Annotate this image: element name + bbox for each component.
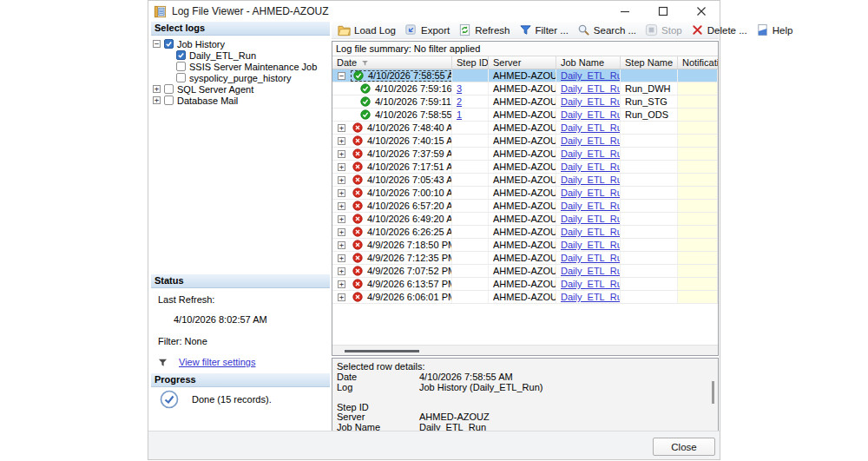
job-name-cell: Daily_ETL_Run xyxy=(556,226,621,238)
tree-item[interactable]: +Database Mail xyxy=(151,95,330,106)
job-name-link[interactable]: Daily_ETL_Run xyxy=(561,227,621,237)
column-header-server[interactable]: Server xyxy=(489,56,556,69)
toolbar-filter-button[interactable]: Filter ... xyxy=(515,23,573,37)
log-row[interactable]: 4/10/2026 7:59:11 AM2AHMED-AZOUZDaily_ET… xyxy=(332,95,718,109)
step-id-cell xyxy=(452,252,489,264)
toolbar-search-button[interactable]: Search ... xyxy=(573,23,641,37)
expand-icon[interactable]: + xyxy=(338,293,345,301)
log-row[interactable]: +4/10/2026 7:48:40 AMAHMED-AZOUZDaily_ET… xyxy=(332,122,718,135)
job-name-link[interactable]: Daily_ETL_Run xyxy=(561,175,621,185)
log-row[interactable]: +4/10/2026 7:00:10 AMAHMED-AZOUZDaily_ET… xyxy=(332,187,718,200)
vscroll-thumb[interactable] xyxy=(712,381,714,404)
tree-item[interactable]: syspolicy_purge_history xyxy=(151,72,330,83)
close-window-button[interactable] xyxy=(695,5,707,17)
date-value: 4/9/2026 6:13:57 PM xyxy=(367,279,452,289)
log-row[interactable]: +4/10/2026 7:37:59 AMAHMED-AZOUZDaily_ET… xyxy=(332,148,718,161)
job-name-link[interactable]: Daily_ETL_Run xyxy=(561,161,621,172)
job-name-link[interactable]: Daily_ETL_Run xyxy=(561,135,621,146)
job-name-link[interactable]: Daily_ETL_Run xyxy=(561,122,621,133)
expand-icon[interactable]: + xyxy=(338,202,345,210)
toolbar-export-button[interactable]: Export xyxy=(400,23,454,37)
collapse-icon[interactable]: − xyxy=(153,40,161,48)
expand-icon[interactable]: + xyxy=(338,176,345,184)
expand-icon[interactable]: + xyxy=(338,150,345,158)
log-row[interactable]: +4/10/2026 7:40:15 AMAHMED-AZOUZDaily_ET… xyxy=(332,135,718,148)
log-row[interactable]: +4/9/2026 7:18:50 PMAHMED-AZOUZDaily_ETL… xyxy=(332,239,718,252)
job-name-link[interactable]: Daily_ETL_Run xyxy=(561,214,621,224)
job-name-link[interactable]: Daily_ETL_Run xyxy=(561,279,621,289)
log-row[interactable]: +4/10/2026 6:49:20 AMAHMED-AZOUZDaily_ET… xyxy=(332,213,718,226)
step-id-link[interactable]: 3 xyxy=(457,83,462,94)
collapse-icon[interactable]: − xyxy=(338,72,345,80)
step-id-link[interactable]: 2 xyxy=(457,96,462,107)
job-name-link[interactable]: Daily_ETL_Run xyxy=(561,70,621,81)
checkbox[interactable] xyxy=(164,84,174,94)
expand-icon[interactable]: + xyxy=(153,85,161,93)
expand-icon[interactable]: + xyxy=(338,228,345,236)
log-row[interactable]: 4/10/2026 7:58:55 AM1AHMED-AZOUZDaily_ET… xyxy=(332,109,718,122)
checkbox[interactable] xyxy=(176,73,186,82)
log-row[interactable]: +4/10/2026 7:05:43 AMAHMED-AZOUZDaily_ET… xyxy=(332,174,718,187)
job-name-link[interactable]: Daily_ETL_Run xyxy=(561,188,621,198)
expand-icon[interactable]: + xyxy=(338,163,345,171)
expand-icon[interactable]: + xyxy=(338,254,345,262)
checkbox[interactable] xyxy=(176,50,186,60)
job-name-link[interactable]: Daily_ETL_Run xyxy=(561,253,621,263)
expand-icon[interactable]: + xyxy=(338,124,345,132)
log-row[interactable]: +4/9/2026 6:06:01 PMAHMED-AZOUZDaily_ETL… xyxy=(332,291,718,304)
toolbar-refresh-button[interactable]: Refresh xyxy=(454,23,514,37)
expand-icon[interactable]: + xyxy=(338,215,345,223)
expand-icon[interactable]: + xyxy=(338,280,345,288)
column-header-job-name[interactable]: Job Name xyxy=(556,56,621,69)
step-id-cell xyxy=(452,200,489,212)
log-row[interactable]: +4/9/2026 6:13:57 PMAHMED-AZOUZDaily_ETL… xyxy=(332,278,718,291)
job-name-link[interactable]: Daily_ETL_Run xyxy=(561,83,621,94)
column-header-notifications[interactable]: Notifications xyxy=(678,56,718,69)
checkbox[interactable] xyxy=(164,95,174,105)
expand-icon[interactable]: + xyxy=(338,189,345,197)
tree-item[interactable]: +SQL Server Agent xyxy=(151,83,330,95)
step-id-link[interactable]: 1 xyxy=(457,109,462,120)
close-button[interactable]: Close xyxy=(653,438,715,456)
log-row[interactable]: +4/9/2026 7:07:52 PMAHMED-AZOUZDaily_ETL… xyxy=(332,265,718,278)
log-row[interactable]: +4/10/2026 6:57:20 AMAHMED-AZOUZDaily_ET… xyxy=(332,200,718,213)
tree-item[interactable]: −Job History xyxy=(151,38,330,49)
log-row[interactable]: +4/9/2026 7:12:35 PMAHMED-AZOUZDaily_ETL… xyxy=(332,252,718,265)
step-id-cell: 3 xyxy=(452,82,489,95)
log-row[interactable]: +4/10/2026 7:17:51 AMAHMED-AZOUZDaily_ET… xyxy=(332,161,718,174)
checkbox[interactable] xyxy=(176,62,186,71)
log-row[interactable]: +4/10/2026 6:26:25 AMAHMED-AZOUZDaily_ET… xyxy=(332,226,718,239)
expand-icon[interactable]: + xyxy=(338,241,345,249)
view-filter-settings-link[interactable]: View filter settings xyxy=(179,357,255,367)
step-name-cell xyxy=(621,187,678,199)
notifications-cell xyxy=(678,200,718,212)
column-header-date[interactable]: Date xyxy=(332,56,452,69)
job-name-link[interactable]: Daily_ETL_Run xyxy=(561,148,621,159)
job-name-link[interactable]: Daily_ETL_Run xyxy=(561,96,621,107)
toolbar-help-button[interactable]: Help xyxy=(752,23,798,37)
error-icon xyxy=(352,227,363,237)
maximize-button[interactable] xyxy=(657,5,669,17)
horizontal-scrollbar[interactable] xyxy=(332,345,718,355)
detail-value: 4/10/2026 7:58:55 AM xyxy=(419,372,513,383)
tree-item[interactable]: Daily_ETL_Run xyxy=(151,49,330,61)
hscroll-thumb[interactable] xyxy=(345,350,419,352)
progress-header: Progress xyxy=(151,373,330,387)
job-name-link[interactable]: Daily_ETL_Run xyxy=(561,266,621,276)
job-name-link[interactable]: Daily_ETL_Run xyxy=(561,292,621,302)
toolbar-load-log-button[interactable]: Load Log xyxy=(333,23,400,37)
job-name-link[interactable]: Daily_ETL_Run xyxy=(561,109,621,120)
job-name-link[interactable]: Daily_ETL_Run xyxy=(561,201,621,211)
expand-icon[interactable]: + xyxy=(338,137,345,145)
job-name-link[interactable]: Daily_ETL_Run xyxy=(561,240,621,250)
minimize-button[interactable] xyxy=(619,5,631,17)
expand-icon[interactable]: + xyxy=(153,96,161,104)
log-row[interactable]: −4/10/2026 7:58:55 AMAHMED-AZOUZDaily_ET… xyxy=(332,69,718,82)
expand-icon[interactable]: + xyxy=(338,267,345,275)
toolbar-delete-button[interactable]: Delete ... xyxy=(687,23,752,37)
tree-item[interactable]: SSIS Server Maintenance Job xyxy=(151,61,330,72)
checkbox[interactable] xyxy=(164,39,174,49)
column-header-step-name[interactable]: Step Name xyxy=(621,56,678,69)
column-header-step-id[interactable]: Step ID xyxy=(452,56,489,69)
log-row[interactable]: 4/10/2026 7:59:16 AM3AHMED-AZOUZDaily_ET… xyxy=(332,82,718,95)
